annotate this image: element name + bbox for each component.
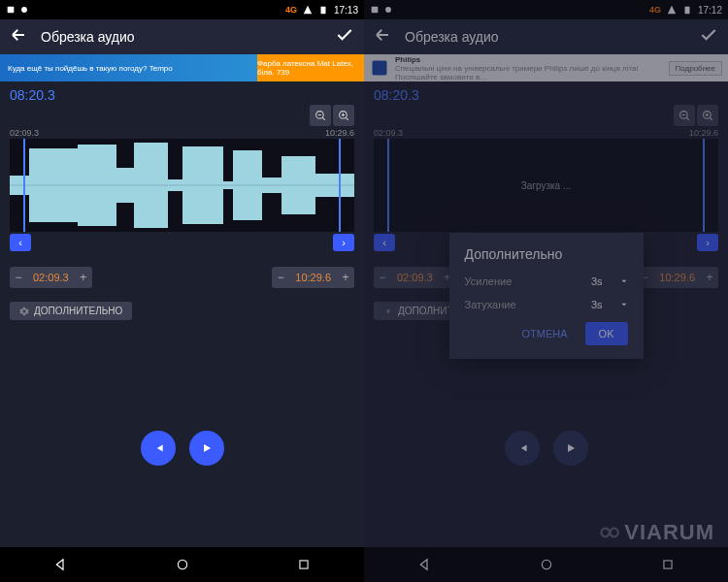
dialog-cancel-button[interactable]: ОТМЕНА (513, 322, 578, 345)
confirm-button[interactable] (335, 25, 354, 48)
time-markers: − 02:09.3 + − 10:29.6 + (10, 267, 354, 288)
gain-label: Усиление (465, 275, 513, 287)
extra-label: ДОПОЛНИТЕЛЬНО (34, 306, 122, 316)
svg-rect-21 (372, 7, 379, 14)
back-button[interactable] (374, 26, 391, 48)
end-marker-plus[interactable]: + (701, 267, 718, 288)
total-duration: 08:20.3 (364, 81, 728, 105)
back-button[interactable] (10, 26, 27, 48)
signal-icon (303, 5, 313, 15)
start-marker-plus[interactable]: + (75, 267, 92, 288)
gain-value: 3s (591, 275, 603, 287)
confirm-button[interactable] (699, 25, 718, 48)
wave-start-label: 02:09.3 (10, 128, 39, 138)
app-bar: Обрезка аудио (364, 19, 728, 54)
network-badge: 4G (649, 5, 661, 15)
play-controls (505, 431, 588, 466)
clock: 17:13 (334, 5, 358, 16)
dialog-title: Дополнительно (465, 246, 628, 262)
zoom-in-button[interactable] (333, 105, 354, 126)
battery-icon (318, 5, 328, 15)
svg-point-22 (385, 7, 391, 13)
svg-point-19 (178, 560, 186, 568)
notif-icon (370, 5, 380, 15)
status-bar: 4G 17:13 (0, 0, 364, 19)
extra-dialog: Дополнительно Усиление 3s Затухание 3s О… (449, 233, 644, 359)
wave-end-label: 10:29.6 (689, 128, 718, 138)
notif-icon (6, 5, 16, 15)
page-title: Обрезка аудио (41, 29, 335, 45)
start-marker-minus[interactable]: − (10, 267, 27, 288)
trim-handle-right[interactable]: › (333, 234, 354, 251)
start-marker-value: 02:09.3 (391, 272, 439, 283)
trim-handle-left[interactable]: ‹ (374, 234, 395, 251)
ad-banner-text: Куда ещё ты пойдёшь в такую погоду? Temp… (8, 64, 173, 73)
svg-rect-20 (299, 561, 307, 568)
right-screenshot: 4G 17:12 Обрезка аудио Philips Спеціальн… (364, 0, 728, 582)
android-nav-bar (364, 547, 728, 582)
fade-label: Затухание (465, 299, 516, 310)
android-nav-bar (0, 547, 364, 582)
zoom-in-button[interactable] (697, 105, 718, 126)
total-duration: 08:20.3 (0, 81, 364, 105)
svg-rect-2 (320, 7, 325, 15)
end-marker: − 10:29.6 + (636, 267, 718, 288)
loading-text: Загрузка ... (521, 180, 572, 191)
svg-point-27 (542, 560, 550, 568)
previous-button[interactable] (505, 431, 540, 466)
nav-back[interactable] (406, 553, 445, 576)
nav-home[interactable] (527, 553, 566, 576)
end-marker: − 10:29.6 + (272, 267, 354, 288)
nav-back[interactable] (42, 553, 81, 576)
fade-select[interactable]: 3s (591, 299, 628, 310)
trim-handle-left-line (23, 139, 25, 232)
ad-cta-button[interactable]: Подробнее (669, 61, 723, 76)
cloud-icon (19, 5, 29, 15)
start-marker-value: 02:09.3 (27, 272, 75, 283)
trim-handle-right-line (703, 139, 705, 232)
ad-title: Philips (395, 55, 420, 64)
ad-banner[interactable]: Куда ещё ты пойдёшь в такую погоду? Temp… (0, 54, 364, 81)
previous-button[interactable] (141, 431, 176, 466)
zoom-out-button[interactable] (310, 105, 331, 126)
nav-home[interactable] (163, 553, 202, 576)
clock: 17:12 (698, 5, 722, 16)
app-bar: Обрезка аудио (0, 19, 364, 54)
svg-point-1 (21, 7, 27, 13)
start-marker-minus[interactable]: − (374, 267, 391, 288)
ad-banner[interactable]: Philips Спеціальні ціни на універсальні … (364, 54, 728, 81)
nav-recent[interactable] (648, 553, 687, 576)
trim-handle-right-line (339, 139, 341, 232)
status-bar: 4G 17:12 (364, 0, 728, 19)
chevron-down-icon (620, 277, 628, 285)
network-badge: 4G (285, 5, 297, 15)
end-marker-plus[interactable]: + (337, 267, 354, 288)
gear-icon (383, 307, 393, 316)
dialog-ok-button[interactable]: OK (585, 322, 628, 345)
svg-rect-23 (684, 7, 689, 15)
waveform-block: 02:09.3 10:29.6 Загрузка ... ‹ › (374, 105, 718, 251)
play-controls (141, 431, 224, 466)
end-marker-minus[interactable]: − (272, 267, 289, 288)
chevron-down-icon (620, 301, 628, 308)
svg-rect-28 (663, 561, 671, 568)
zoom-out-button[interactable] (674, 105, 695, 126)
ad-product-text: Фарба латексна Mat Latex, біла. 739 (257, 59, 364, 77)
wave-end-label: 10:29.6 (325, 128, 354, 138)
left-screenshot: 4G 17:13 Обрезка аудио Куда ещё ты пойдё… (0, 0, 364, 582)
waveform-block: 02:09.3 10:29.6 (10, 105, 354, 251)
trim-handle-left-line (387, 139, 389, 232)
extra-button[interactable]: ДОПОЛНИТЕЛЬНО (10, 302, 132, 320)
waveform-area[interactable] (10, 139, 354, 232)
trim-handle-left[interactable]: ‹ (10, 234, 31, 251)
nav-recent[interactable] (284, 553, 323, 576)
start-marker: − 02:09.3 + (10, 267, 92, 288)
trim-handle-right[interactable]: › (697, 234, 718, 251)
waveform-svg (10, 139, 354, 232)
play-button[interactable] (189, 431, 224, 466)
gain-select[interactable]: 3s (591, 275, 628, 287)
waveform-area[interactable]: Загрузка ... (374, 139, 718, 232)
play-button[interactable] (553, 431, 588, 466)
gear-icon (19, 307, 29, 316)
svg-rect-24 (373, 61, 387, 76)
